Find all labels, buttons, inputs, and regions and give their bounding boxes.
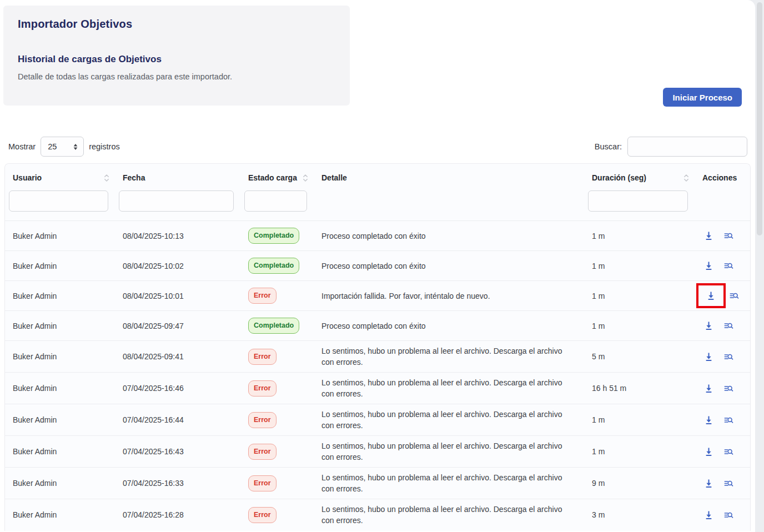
download-icon [703,419,714,427]
cell-duracion: 16 h 51 m [584,373,695,404]
cell-estado: Error [240,468,314,499]
table-controls: Mostrar 25 registros Buscar: [8,137,747,157]
table-filter-row [5,189,750,221]
vertical-scrollbar[interactable] [755,0,764,532]
table-row: Buker Admin08/04/2025-10:01ErrorImportac… [5,281,750,311]
view-details-icon [723,482,734,490]
cell-duracion: 1 m [584,436,695,468]
view-details-button[interactable] [722,229,735,242]
view-details-icon [723,324,734,333]
select-arrows-icon [73,143,78,150]
status-badge: Error [248,507,277,523]
download-button[interactable] [702,445,715,458]
column-header-acciones: Acciones [695,164,750,189]
download-button[interactable] [702,350,715,363]
table-row: Buker Admin07/04/2025-16:33ErrorLo senti… [5,468,750,499]
view-details-icon [723,264,734,273]
status-badge: Error [248,475,277,491]
cell-acciones [695,221,750,251]
filter-cell-estado [240,189,314,221]
download-icon [703,482,714,490]
section-description: Detalle de todas las cargas realizadas p… [18,72,335,81]
status-badge: Completado [248,258,299,274]
filter-input-estado[interactable] [244,190,307,212]
view-details-button[interactable] [722,445,735,458]
download-button[interactable] [702,382,715,395]
view-details-button[interactable] [727,289,741,302]
view-details-button[interactable] [722,350,735,363]
cell-duracion: 3 m [584,499,695,531]
cell-acciones [695,373,750,404]
cell-usuario: Buker Admin [5,341,115,373]
cell-duracion: 1 m [584,281,695,311]
cell-estado: Error [240,373,314,404]
sort-icon [683,174,689,182]
table-row: Buker Admin08/04/2025-10:13CompletadoPro… [5,221,750,251]
download-icon [706,294,716,303]
filter-cell-usuario [5,189,115,221]
filter-input-usuario[interactable] [9,190,108,212]
page-title: Importador Objetivos [18,18,335,31]
download-icon [703,324,714,333]
cell-usuario: Buker Admin [5,373,115,404]
cell-acciones [695,341,750,373]
download-icon [703,450,714,459]
cell-acciones [695,251,750,281]
cell-duracion: 1 m [584,251,695,281]
download-button[interactable] [705,289,717,302]
column-header-estado[interactable]: Estado carga [240,164,314,189]
page-size-select[interactable]: 25 [41,137,84,157]
cell-detalle: Lo sentimos, hubo un problema al leer el… [314,341,584,373]
view-details-button[interactable] [722,259,735,272]
search-input[interactable] [627,137,747,157]
download-button[interactable] [702,229,715,242]
cell-fecha: 08/04/2025-09:41 [115,341,240,373]
cell-estado: Completado [240,251,314,281]
view-details-button[interactable] [722,414,735,426]
column-header-duracion[interactable]: Duración (seg) [584,164,695,189]
intro-panel: Importador Objetivos Historial de cargas… [3,6,350,106]
column-header-usuario[interactable]: Usuario [5,164,115,189]
cell-acciones [695,436,750,468]
cell-estado: Error [240,281,314,311]
history-table: UsuarioFechaEstado cargaDetalleDuración … [4,163,751,531]
cell-detalle: Lo sentimos, hubo un problema al leer el… [314,373,584,404]
column-label: Fecha [123,173,145,182]
download-button[interactable] [702,509,715,521]
cell-estado: Error [240,499,314,531]
download-button[interactable] [702,259,715,272]
download-button[interactable] [702,414,715,426]
view-details-icon [723,234,734,243]
section-title: Historial de cargas de Objetivos [18,54,335,65]
cell-duracion: 1 m [584,311,695,341]
cell-detalle: Lo sentimos, hubo un problema al leer el… [314,499,584,531]
cell-acciones [695,468,750,499]
view-details-button[interactable] [722,382,735,395]
download-icon [703,234,714,243]
iniciar-proceso-button[interactable]: Iniciar Proceso [663,88,742,107]
view-details-icon [723,387,734,395]
cell-fecha: 08/04/2025-09:47 [115,311,240,341]
table-row: Buker Admin08/04/2025-09:47CompletadoPro… [5,311,750,341]
filter-input-duracion[interactable] [588,190,688,212]
cell-detalle: Importación fallida. Por favor, inténtal… [314,281,584,311]
download-button[interactable] [702,319,715,332]
cell-estado: Completado [240,221,314,251]
status-badge: Error [248,412,277,428]
view-details-button[interactable] [722,509,735,521]
view-details-icon [723,419,734,427]
view-details-icon [723,355,734,364]
cell-fecha: 07/04/2025-16:28 [115,499,240,531]
cell-fecha: 07/04/2025-16:46 [115,373,240,404]
download-button[interactable] [702,477,715,490]
scrollbar-thumb[interactable] [757,2,762,235]
filter-input-fecha[interactable] [119,190,234,212]
cell-fecha: 07/04/2025-16:43 [115,436,240,468]
view-details-button[interactable] [722,477,735,490]
status-badge: Error [248,349,277,365]
cell-fecha: 08/04/2025-10:13 [115,221,240,251]
cell-usuario: Buker Admin [5,468,115,499]
column-label: Estado carga [248,173,297,182]
view-details-button[interactable] [722,319,735,332]
cell-estado: Error [240,436,314,468]
